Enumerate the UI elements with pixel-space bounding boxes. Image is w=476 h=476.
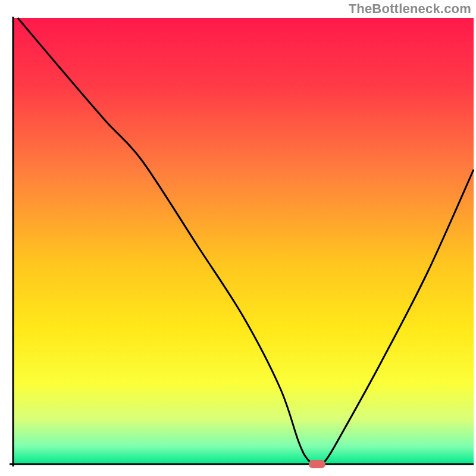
optimum-marker bbox=[309, 460, 325, 468]
chart-container: TheBottleneck.com bbox=[0, 0, 476, 476]
bottleneck-chart bbox=[0, 0, 476, 476]
plot-background bbox=[13, 18, 474, 464]
watermark-text: TheBottleneck.com bbox=[349, 1, 471, 17]
